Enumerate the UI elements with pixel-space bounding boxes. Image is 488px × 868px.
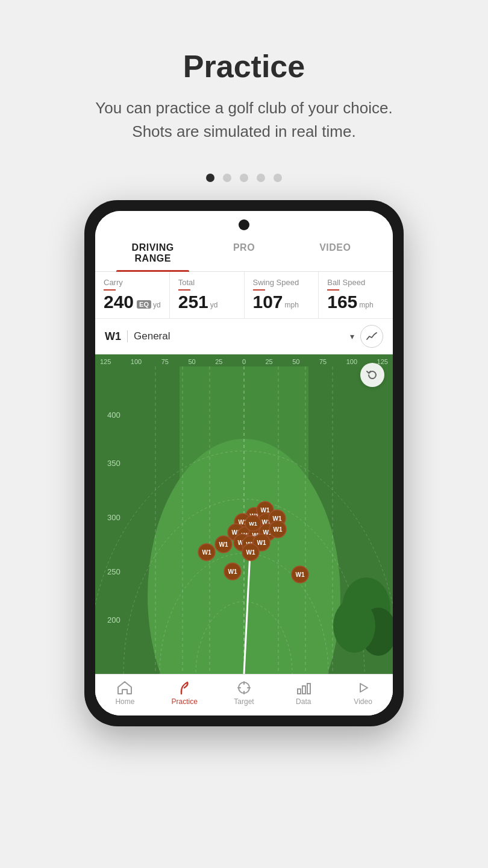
svg-text:400: 400: [107, 410, 120, 420]
dot-2[interactable]: [223, 174, 231, 182]
data-icon: [296, 681, 311, 695]
svg-text:W1: W1: [246, 549, 255, 556]
nav-home[interactable]: Home: [95, 681, 155, 706]
golf-field: 125 100 75 50 25 0 25 50 75 100 125: [95, 354, 393, 674]
stat-ball-dash: [327, 289, 339, 291]
tab-bar: DRIVINGRANGE PRO VIDEO: [95, 234, 393, 272]
app-content: DRIVINGRANGE PRO VIDEO Carry 240 EQ yd T…: [95, 234, 393, 715]
svg-text:W1: W1: [228, 568, 237, 575]
stat-ball-speed: Ball Speed 165 mph: [319, 272, 393, 318]
stat-carry-label: Carry: [104, 278, 161, 287]
phone-mockup: DRIVINGRANGE PRO VIDEO Carry 240 EQ yd T…: [84, 200, 404, 726]
stat-ball-value: 165 mph: [327, 293, 384, 311]
club-divider: [127, 330, 128, 342]
stat-total-value: 251 yd: [178, 293, 236, 311]
svg-marker-72: [360, 684, 368, 692]
nav-home-label: Home: [115, 697, 134, 706]
stat-total-dash: [178, 289, 190, 291]
stat-carry-value: 240 EQ yd: [104, 293, 161, 311]
stat-total: Total 251 yd: [170, 272, 245, 318]
svg-text:W1: W1: [257, 539, 266, 546]
pagination-dots: [206, 174, 282, 182]
chart-button[interactable]: [360, 325, 383, 348]
svg-text:350: 350: [107, 459, 120, 468]
nav-data[interactable]: Data: [274, 681, 333, 706]
svg-text:W1: W1: [219, 541, 228, 548]
phone-screen: DRIVINGRANGE PRO VIDEO Carry 240 EQ yd T…: [95, 211, 393, 715]
svg-text:W1: W1: [249, 521, 257, 527]
chevron-down-icon[interactable]: ▾: [350, 332, 354, 341]
stats-row: Carry 240 EQ yd Total 251 yd: [95, 272, 393, 319]
page-title: Practice: [36, 48, 452, 84]
svg-rect-70: [302, 686, 305, 694]
nav-target-label: Target: [234, 697, 254, 706]
nav-video[interactable]: Video: [333, 681, 393, 706]
stat-eq-badge: EQ: [137, 300, 151, 309]
stat-carry-dash: [104, 289, 116, 291]
header-section: Practice You can practice a golf club of…: [0, 0, 488, 156]
stat-swing-speed: Swing Speed 107 mph: [245, 272, 319, 318]
home-icon: [117, 681, 133, 695]
club-selector[interactable]: W1 General ▾: [95, 319, 393, 354]
svg-text:W1: W1: [261, 507, 270, 514]
yardage-labels: 125 100 75 50 25 0 25 50 75 100 125: [95, 358, 393, 365]
video-icon: [355, 681, 371, 695]
tab-driving-range[interactable]: DRIVINGRANGE: [107, 234, 198, 271]
svg-text:300: 300: [107, 513, 120, 522]
practice-icon: [177, 681, 192, 695]
svg-text:250: 250: [107, 567, 120, 576]
svg-text:W1: W1: [202, 549, 211, 556]
bottom-nav: Home Practice: [95, 674, 393, 715]
refresh-button[interactable]: [360, 363, 384, 387]
stat-swing-value: 107 mph: [253, 293, 310, 311]
svg-point-22: [333, 599, 375, 653]
phone-notch: [95, 211, 393, 234]
svg-text:200: 200: [107, 615, 120, 624]
club-type: General: [134, 330, 344, 342]
page-subtitle: You can practice a golf club of your cho…: [36, 96, 452, 143]
stat-swing-dash: [253, 289, 265, 291]
svg-text:W1: W1: [296, 571, 305, 578]
tab-video[interactable]: VIDEO: [290, 234, 381, 271]
stat-total-label: Total: [178, 278, 236, 287]
club-name: W1: [105, 330, 121, 343]
nav-video-label: Video: [354, 697, 372, 706]
camera-notch: [239, 219, 249, 230]
tab-pro[interactable]: PRO: [198, 234, 289, 271]
dot-3[interactable]: [240, 174, 248, 182]
dot-5[interactable]: [274, 174, 282, 182]
nav-practice[interactable]: Practice: [155, 681, 214, 706]
nav-data-label: Data: [296, 697, 311, 706]
stat-carry: Carry 240 EQ yd: [95, 272, 170, 318]
svg-rect-69: [298, 689, 301, 694]
nav-target[interactable]: Target: [214, 681, 274, 706]
target-icon: [236, 681, 252, 695]
svg-rect-71: [307, 684, 310, 694]
stat-ball-label: Ball Speed: [327, 278, 384, 287]
nav-practice-label: Practice: [172, 697, 198, 706]
dot-4[interactable]: [257, 174, 265, 182]
field-svg: 400 350 300 250 200 W1 W1: [95, 354, 393, 674]
dot-1[interactable]: [206, 174, 214, 182]
svg-text:W1: W1: [274, 526, 283, 533]
stat-swing-label: Swing Speed: [253, 278, 310, 287]
